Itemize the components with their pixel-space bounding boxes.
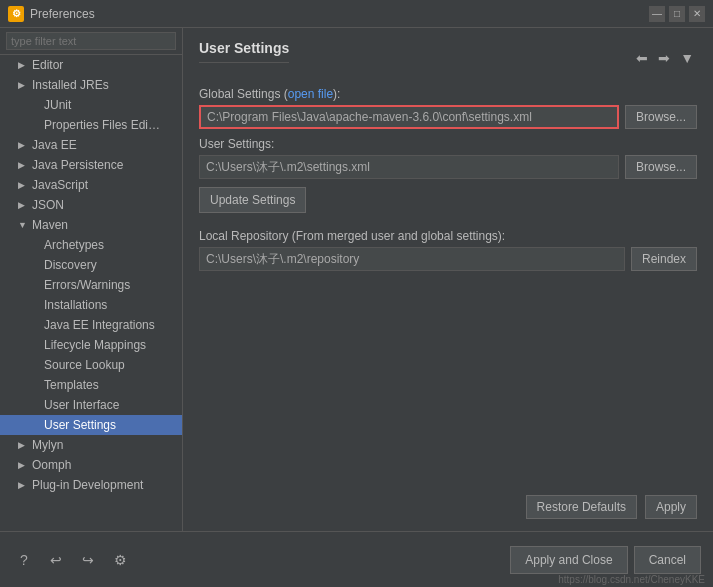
content-panel: User Settings ⬅ ➡ ▼ Global Settings (ope… xyxy=(183,28,713,531)
sidebar-item-label: Plug-in Development xyxy=(32,478,143,492)
sidebar-item-oomph[interactable]: ▶ Oomph xyxy=(0,455,182,475)
bottom-right-area: Apply and Close Cancel xyxy=(510,546,701,574)
user-settings-label: User Settings: xyxy=(199,137,697,151)
sidebar-item-label: Editor xyxy=(32,58,63,72)
sidebar-item-label: Oomph xyxy=(32,458,71,472)
local-repo-label: Local Repository (From merged user and g… xyxy=(199,229,697,243)
sidebar-item-maven[interactable]: ▼ Maven xyxy=(0,215,182,235)
filter-input[interactable] xyxy=(6,32,176,50)
sidebar-item-properties-files[interactable]: Properties Files Edi… xyxy=(0,115,182,135)
sidebar: ▶ Editor ▶ Installed JREs JUnit Properti… xyxy=(0,28,183,531)
bottom-left-area: ? ↩ ↪ ⚙ xyxy=(12,548,510,572)
sidebar-item-javascript[interactable]: ▶ JavaScript xyxy=(0,175,182,195)
sidebar-item-java-ee[interactable]: ▶ Java EE xyxy=(0,135,182,155)
help-button[interactable]: ? xyxy=(12,548,36,572)
restore-defaults-button[interactable]: Restore Defaults xyxy=(526,495,637,519)
sidebar-item-label: Properties Files Edi… xyxy=(44,118,160,132)
sidebar-item-discovery[interactable]: Discovery xyxy=(0,255,182,275)
arrow-icon: ▶ xyxy=(18,480,30,490)
maximize-button[interactable]: □ xyxy=(669,6,685,22)
sidebar-item-label: User Settings xyxy=(44,418,116,432)
open-file-link[interactable]: open file xyxy=(288,87,333,101)
arrow-icon: ▶ xyxy=(18,80,30,90)
arrow-icon: ▶ xyxy=(18,460,30,470)
arrow-icon: ▶ xyxy=(18,160,30,170)
global-settings-input[interactable] xyxy=(199,105,619,129)
dropdown-arrow-button[interactable]: ▼ xyxy=(677,50,697,66)
sidebar-item-label: Lifecycle Mappings xyxy=(44,338,146,352)
sidebar-item-label: Java EE xyxy=(32,138,77,152)
local-repo-input[interactable] xyxy=(199,247,625,271)
content-header: User Settings ⬅ ➡ ▼ xyxy=(199,40,697,75)
global-settings-row: Browse... xyxy=(199,105,697,129)
app-icon: ⚙ xyxy=(8,6,24,22)
page-title: User Settings xyxy=(199,40,289,63)
arrow-icon: ▶ xyxy=(18,140,30,150)
apply-button[interactable]: Apply xyxy=(645,495,697,519)
content-actions: Restore Defaults Apply xyxy=(526,495,697,519)
sidebar-item-label: Archetypes xyxy=(44,238,104,252)
arrow-icon: ▶ xyxy=(18,60,30,70)
sidebar-item-plugin-development[interactable]: ▶ Plug-in Development xyxy=(0,475,182,495)
filter-bar xyxy=(0,28,182,55)
reindex-button[interactable]: Reindex xyxy=(631,247,697,271)
sidebar-item-label: Mylyn xyxy=(32,438,63,452)
sidebar-item-source-lookup[interactable]: Source Lookup xyxy=(0,355,182,375)
sidebar-item-label: Java EE Integrations xyxy=(44,318,155,332)
sidebar-item-archetypes[interactable]: Archetypes xyxy=(0,235,182,255)
main-layout: ▶ Editor ▶ Installed JREs JUnit Properti… xyxy=(0,28,713,531)
sidebar-item-editor[interactable]: ▶ Editor xyxy=(0,55,182,75)
sidebar-item-label: JavaScript xyxy=(32,178,88,192)
cancel-button[interactable]: Cancel xyxy=(634,546,701,574)
global-settings-browse-button[interactable]: Browse... xyxy=(625,105,697,129)
update-settings-button[interactable]: Update Settings xyxy=(199,187,306,213)
sidebar-item-label: User Interface xyxy=(44,398,119,412)
sidebar-item-mylyn[interactable]: ▶ Mylyn xyxy=(0,435,182,455)
sidebar-item-java-ee-integration[interactable]: Java EE Integrations xyxy=(0,315,182,335)
watermark: https://blog.csdn.net/CheneyKKE xyxy=(558,574,705,585)
sidebar-item-label: Errors/Warnings xyxy=(44,278,130,292)
user-settings-input[interactable] xyxy=(199,155,619,179)
local-repo-row: Reindex xyxy=(199,247,697,271)
title-bar: ⚙ Preferences — □ ✕ xyxy=(0,0,713,28)
global-settings-label: Global Settings (open file): xyxy=(199,87,697,101)
forward-icon: ↪ xyxy=(82,552,94,568)
sidebar-item-installations[interactable]: Installations xyxy=(0,295,182,315)
arrow-icon: ▶ xyxy=(18,180,30,190)
sidebar-item-label: JSON xyxy=(32,198,64,212)
arrow-icon: ▼ xyxy=(18,220,30,230)
sidebar-item-label: Maven xyxy=(32,218,68,232)
sidebar-item-label: Java Persistence xyxy=(32,158,123,172)
sidebar-item-label: Templates xyxy=(44,378,99,392)
sidebar-item-lifecycle-mappings[interactable]: Lifecycle Mappings xyxy=(0,335,182,355)
sidebar-item-label: Discovery xyxy=(44,258,97,272)
sidebar-item-user-interface[interactable]: User Interface xyxy=(0,395,182,415)
sidebar-item-label: JUnit xyxy=(44,98,71,112)
forward-button[interactable]: ↪ xyxy=(76,548,100,572)
sidebar-item-errors-warnings[interactable]: Errors/Warnings xyxy=(0,275,182,295)
window-title: Preferences xyxy=(30,7,649,21)
nav-arrows: ⬅ ➡ ▼ xyxy=(633,50,697,66)
close-button[interactable]: ✕ xyxy=(689,6,705,22)
back-arrow-button[interactable]: ⬅ xyxy=(633,50,651,66)
sidebar-item-templates[interactable]: Templates xyxy=(0,375,182,395)
sidebar-item-java-persistence[interactable]: ▶ Java Persistence xyxy=(0,155,182,175)
sidebar-item-installed-jres[interactable]: ▶ Installed JREs xyxy=(0,75,182,95)
help-icon: ? xyxy=(20,552,28,568)
sidebar-item-user-settings[interactable]: User Settings xyxy=(0,415,182,435)
sidebar-item-json[interactable]: ▶ JSON xyxy=(0,195,182,215)
back-button[interactable]: ↩ xyxy=(44,548,68,572)
settings-button[interactable]: ⚙ xyxy=(108,548,132,572)
apply-and-close-button[interactable]: Apply and Close xyxy=(510,546,627,574)
arrow-icon: ▶ xyxy=(18,440,30,450)
sidebar-item-junit[interactable]: JUnit xyxy=(0,95,182,115)
back-icon: ↩ xyxy=(50,552,62,568)
sidebar-item-label: Installed JREs xyxy=(32,78,109,92)
sidebar-item-label: Installations xyxy=(44,298,107,312)
user-settings-browse-button[interactable]: Browse... xyxy=(625,155,697,179)
window-controls: — □ ✕ xyxy=(649,6,705,22)
forward-arrow-button[interactable]: ➡ xyxy=(655,50,673,66)
arrow-icon: ▶ xyxy=(18,200,30,210)
minimize-button[interactable]: — xyxy=(649,6,665,22)
settings-icon: ⚙ xyxy=(114,552,127,568)
